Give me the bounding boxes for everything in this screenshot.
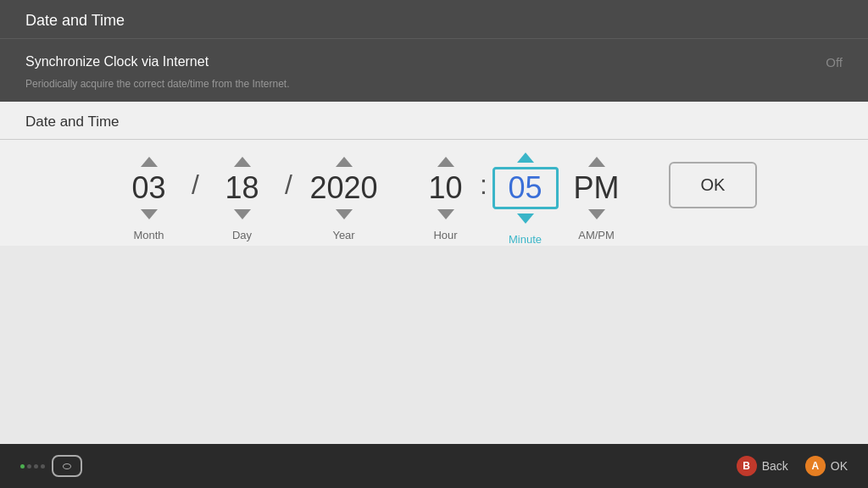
sync-clock-label: Synchronize Clock via Internet — [25, 54, 209, 69]
minute-up-icon — [517, 152, 534, 163]
minute-up-button[interactable] — [509, 148, 542, 167]
time-colon: : — [476, 169, 492, 225]
nav-buttons: B Back A OK — [737, 456, 848, 476]
year-up-button[interactable] — [327, 152, 361, 171]
day-up-icon — [234, 157, 251, 167]
bottom-bar: B Back A OK — [0, 444, 868, 488]
ampm-label: AM/PM — [578, 229, 615, 241]
year-label: Year — [332, 229, 354, 241]
b-button-icon: B — [737, 456, 757, 476]
dot-3 — [34, 464, 38, 469]
minute-down-button[interactable] — [509, 209, 542, 228]
ok-nav-label: OK — [831, 459, 848, 473]
month-picker: 03 Month — [111, 152, 187, 241]
controller-icon — [52, 455, 82, 477]
day-down-button[interactable] — [225, 205, 259, 224]
month-down-icon — [141, 209, 158, 219]
ampm-picker: PM AM/PM — [559, 152, 635, 241]
day-picker: 18 Day — [204, 152, 281, 241]
dot-1 — [20, 464, 25, 469]
hour-picker: 10 Hour — [416, 152, 476, 241]
month-value: 03 — [120, 171, 179, 205]
date-time-section-title: Date and Time — [25, 114, 843, 130]
controller-area — [20, 455, 82, 477]
year-down-button[interactable] — [327, 205, 361, 224]
sync-description: Periodically acquire the correct date/ti… — [0, 78, 868, 102]
year-value: 2020 — [310, 171, 378, 205]
year-down-icon — [336, 209, 353, 219]
minute-picker: 05 Minute — [492, 148, 559, 246]
day-value: 18 — [213, 171, 272, 205]
ampm-up-button[interactable] — [580, 152, 614, 171]
day-label: Day — [232, 229, 252, 241]
date-separator-1: / — [187, 169, 204, 225]
controller-dots — [20, 464, 45, 469]
ok-nav-button[interactable]: A OK — [805, 456, 848, 476]
year-picker: 2020 Year — [298, 152, 391, 241]
hour-value: 10 — [416, 171, 476, 205]
hour-up-icon — [437, 157, 454, 167]
ampm-value: PM — [567, 171, 626, 205]
day-down-icon — [234, 209, 251, 219]
sync-status: Off — [826, 55, 843, 69]
month-down-button[interactable] — [132, 205, 166, 224]
minute-label: Minute — [509, 233, 542, 246]
year-up-icon — [336, 157, 353, 167]
a-button-icon: A — [805, 456, 826, 476]
hour-down-icon — [437, 209, 454, 219]
back-nav-button[interactable]: B Back — [737, 456, 788, 476]
month-up-icon — [141, 157, 158, 167]
dot-2 — [27, 464, 31, 469]
page-title: Date and Time — [25, 12, 843, 30]
dot-4 — [41, 464, 45, 469]
month-up-button[interactable] — [132, 152, 166, 171]
ampm-down-button[interactable] — [580, 205, 614, 224]
ampm-up-icon — [588, 157, 605, 167]
ampm-down-icon — [588, 209, 605, 219]
day-up-button[interactable] — [225, 152, 259, 171]
hour-up-button[interactable] — [429, 152, 463, 171]
minute-value: 05 — [492, 167, 559, 209]
date-separator-2: / — [281, 169, 298, 225]
minute-down-icon — [517, 214, 534, 224]
month-label: Month — [133, 229, 164, 241]
hour-down-button[interactable] — [429, 205, 463, 224]
back-label: Back — [762, 459, 788, 473]
hour-label: Hour — [433, 229, 457, 241]
ok-button[interactable]: OK — [669, 162, 758, 208]
